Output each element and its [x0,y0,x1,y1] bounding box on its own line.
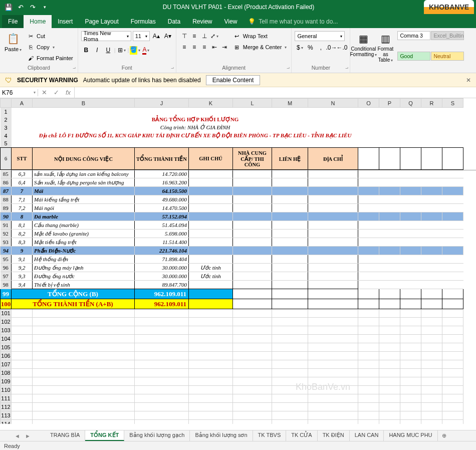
cell[interactable] [12,352,33,360]
cell[interactable] [400,221,421,230]
row-header[interactable]: 114 [1,420,12,424]
cell[interactable]: 9 [12,247,33,255]
cell[interactable]: NHÀ CUNG CẤP/ THI CÔNG [233,148,272,170]
cell[interactable] [421,272,442,281]
cell[interactable]: Đá marble [33,212,135,221]
cell[interactable] [358,132,379,140]
add-sheet-button[interactable]: ⊕ [438,432,450,439]
align-middle-icon[interactable]: ≡ [189,31,199,41]
cell[interactable]: 7,2 [12,204,33,212]
cell[interactable]: 71.898.404 [135,255,189,264]
cell[interactable] [272,221,308,230]
tab-view[interactable]: View [218,15,244,28]
cell[interactable] [33,411,135,420]
cell[interactable] [12,411,33,420]
row-header[interactable]: 107 [1,360,12,369]
row-header[interactable]: 105 [1,343,12,352]
cell[interactable] [379,132,400,140]
cell[interactable] [400,343,421,352]
cell[interactable] [189,420,233,424]
sheet-prev-icon[interactable]: ◄ [13,433,22,439]
cell[interactable] [233,360,272,369]
column-header[interactable]: N [308,99,358,108]
italic-button[interactable]: I [92,45,102,55]
cell[interactable] [421,132,442,140]
cell[interactable]: GHI CHÚ [189,148,233,170]
enable-content-button[interactable]: Enable Content [206,75,261,85]
cell[interactable] [421,299,442,309]
cell[interactable] [33,360,135,369]
cell[interactable] [442,411,463,420]
cell[interactable] [33,403,135,411]
cell[interactable] [379,377,400,386]
tab-insert[interactable]: Insert [52,15,79,28]
cell[interactable] [12,403,33,411]
cell[interactable] [442,272,463,281]
sheet-tab[interactable]: TK CỬA [286,430,317,441]
cell[interactable] [442,318,463,326]
cell[interactable] [442,420,463,424]
cell[interactable]: LIÊN HỆ [272,148,308,170]
cell[interactable] [272,299,308,309]
cell[interactable] [379,386,400,394]
cell[interactable] [272,204,308,212]
increase-font-icon[interactable]: A▴ [151,31,161,41]
cell[interactable] [379,394,400,403]
cell[interactable] [358,178,379,187]
cell[interactable] [400,255,421,264]
cell[interactable] [189,403,233,411]
cell[interactable] [189,212,233,221]
row-header[interactable]: 87 [1,187,12,195]
cell[interactable]: Mái kiếng tầng trệt [33,195,135,204]
cell[interactable] [442,289,463,299]
cell[interactable] [358,221,379,230]
cell[interactable] [233,212,272,221]
cell[interactable] [442,238,463,247]
cell[interactable]: sản xuất, lắp dựng lan can kiếng balcony [33,170,135,178]
cell[interactable] [379,255,400,264]
cell[interactable] [358,289,379,299]
cell[interactable] [272,255,308,264]
cell[interactable] [400,116,421,124]
sheet-tab[interactable]: HANG MUC PHU [384,430,437,441]
cell[interactable] [400,377,421,386]
cell[interactable] [379,403,400,411]
cell[interactable] [272,309,308,318]
cell[interactable]: Thiết bị vệ sinh [33,281,135,289]
cell[interactable]: 14.470.500 [135,204,189,212]
cell[interactable] [33,352,135,360]
cell[interactable] [400,170,421,178]
column-header[interactable]: A [12,99,33,108]
cell[interactable] [233,247,272,255]
cell[interactable] [189,309,233,318]
sheet-tab[interactable]: LAN CAN [350,430,384,441]
cell[interactable]: 8 [12,212,33,221]
cell[interactable]: 9,3 [12,272,33,281]
cell[interactable] [358,116,379,124]
cell[interactable] [233,281,272,289]
align-left-icon[interactable]: ≡ [179,42,189,52]
cell[interactable] [33,394,135,403]
cell[interactable] [421,326,442,335]
cell[interactable] [400,318,421,326]
cell[interactable] [308,264,358,272]
cell[interactable] [421,394,442,403]
cell[interactable]: Phần Điện-Nước [33,247,135,255]
decrease-decimal-icon[interactable]: ←.0 [337,43,347,53]
cell[interactable] [358,377,379,386]
cell[interactable] [272,326,308,335]
cell[interactable]: 30.000.000 [135,264,189,272]
cell[interactable] [379,178,400,187]
cell[interactable] [358,420,379,424]
cell[interactable]: 64.150.500 [135,187,189,195]
cell[interactable] [400,195,421,204]
cell[interactable]: 11.514.400 [135,238,189,247]
cell[interactable] [33,335,135,343]
copy-button[interactable]: ⎘Copy [25,42,75,52]
cell[interactable] [189,318,233,326]
sheet-next-icon[interactable]: ► [23,433,33,439]
cell[interactable] [308,170,358,178]
column-header[interactable]: L [233,99,272,108]
paste-button[interactable]: 📋 Paste [3,31,23,64]
cell[interactable] [308,212,358,221]
